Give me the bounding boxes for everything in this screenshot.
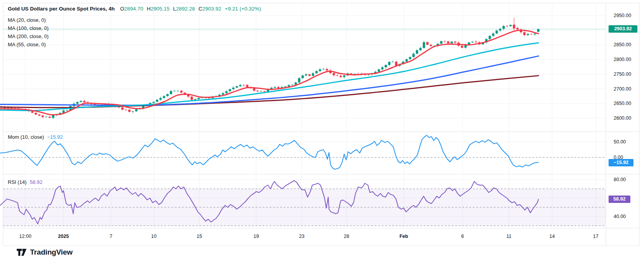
tradingview-chart-widget: Gold US Dollars per Ounce Spot Prices, 4… [0,0,644,262]
candles-layer [0,17,540,119]
chart-canvas[interactable] [0,0,644,262]
tradingview-logo-icon [16,248,27,257]
tradingview-logo[interactable]: TradingView [16,248,72,257]
ma100-line [0,56,538,105]
momentum-line [0,135,538,169]
tradingview-logo-text: TradingView [30,248,72,257]
